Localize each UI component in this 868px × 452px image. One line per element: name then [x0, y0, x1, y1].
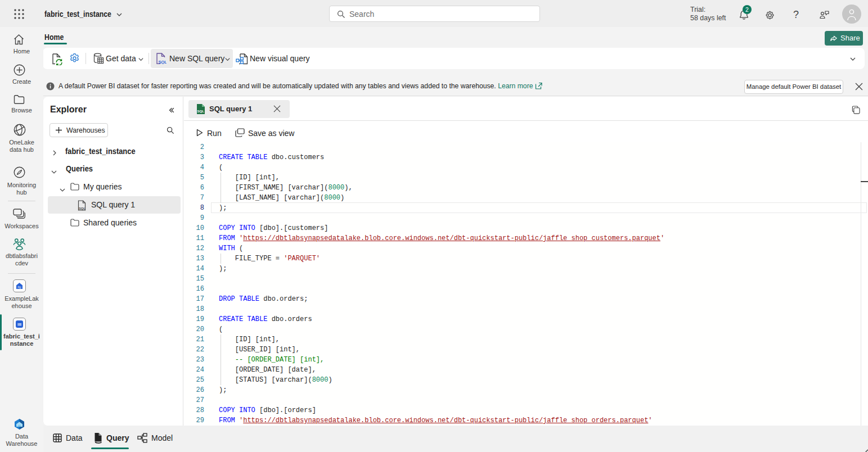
- svg-text:SQL: SQL: [79, 207, 86, 210]
- svg-text:SQL: SQL: [159, 60, 167, 65]
- svg-text:SQL: SQL: [197, 110, 205, 113]
